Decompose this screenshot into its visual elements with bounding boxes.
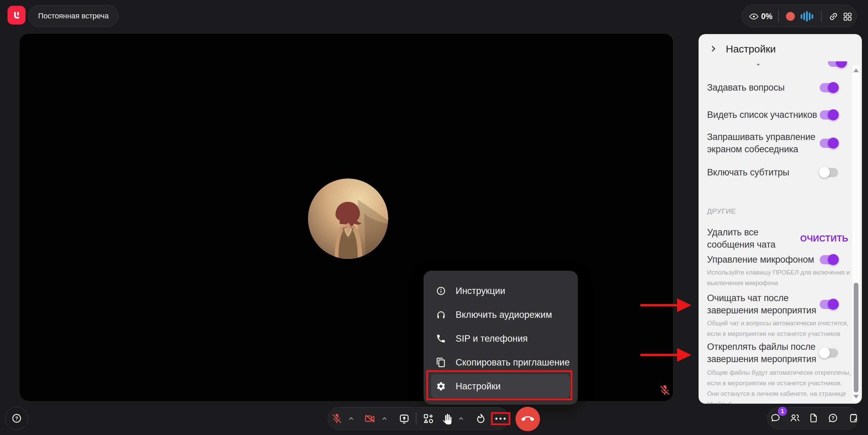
toggle-ask-questions[interactable] — [820, 83, 838, 92]
brand-glyph-icon — [11, 10, 22, 21]
menu-item-label: Скопировать приглашение — [456, 357, 570, 368]
toggle-request-screen-control[interactable] — [820, 139, 838, 148]
app-logo[interactable] — [7, 6, 26, 25]
menu-item-label: SIP и телефония — [456, 333, 528, 344]
notes-icon[interactable] — [848, 413, 860, 424]
panel-scrollbar[interactable] — [852, 65, 860, 402]
link-icon[interactable] — [829, 12, 838, 23]
toggle-subtitles[interactable] — [820, 168, 838, 177]
questions-icon[interactable]: ? — [828, 413, 839, 424]
settings-panel: Настройки Задавать вопросы Видеть список… — [699, 34, 862, 404]
setting-row-mic-control: Управление микрофоном — [707, 253, 838, 266]
toggle-see-participants[interactable] — [820, 110, 838, 120]
section-header-other: ДРУГИЕ — [707, 207, 736, 215]
help-button[interactable]: ? — [5, 407, 28, 430]
setting-label: Включать субтитры — [707, 166, 789, 178]
setting-row-ask-questions: Задавать вопросы — [707, 81, 838, 94]
menu-item-instructions[interactable]: Инструкции — [424, 279, 578, 303]
shapes-apps-button[interactable] — [421, 411, 436, 426]
setting-label: Откреплять файлы после завершения меропр… — [707, 341, 819, 365]
call-controls-toolbar — [328, 407, 509, 430]
meeting-name: Постоянная встреча — [38, 12, 109, 20]
mic-off-button[interactable] — [329, 411, 344, 426]
toggle-unpin-files-after-event[interactable] — [820, 348, 838, 358]
menu-item-sip-telephony[interactable]: SIP и телефония — [424, 327, 578, 351]
setting-row-see-participants: Видеть список участников — [707, 109, 838, 121]
screen-share-button[interactable] — [397, 411, 412, 426]
settings-scroll-area[interactable]: Задавать вопросы Видеть список участнико… — [699, 61, 862, 404]
clear-chat-button[interactable]: ОЧИСТИТЬ — [800, 234, 848, 244]
menu-item-label: Включить аудиорежим — [456, 310, 552, 320]
meeting-app-window: Постоянная встреча 0% — [0, 0, 868, 435]
divider — [821, 11, 822, 22]
setting-description: Общие файлы будут автоматически открепле… — [707, 367, 853, 404]
setting-row-unpin-files-after-event: Откреплять файлы после завершения меропр… — [707, 341, 838, 365]
setting-label: Очищать чат после завершения мероприятия — [707, 292, 819, 316]
scrollbar-up-arrow-icon[interactable] — [853, 68, 859, 72]
chevron-right-icon — [709, 44, 718, 53]
setting-description: Используйте клавишу ПРОБЕЛ для включения… — [707, 267, 853, 288]
phone-icon — [436, 333, 446, 344]
svg-text:?: ? — [832, 415, 835, 421]
menu-item-label: Настройки — [456, 381, 501, 392]
files-icon[interactable] — [808, 413, 820, 424]
chevron-up-icon[interactable] — [380, 414, 389, 423]
setting-label: Запрашивать управление экраном собеседни… — [707, 131, 819, 155]
menu-item-copy-invite[interactable]: Скопировать приглашение — [424, 351, 578, 374]
setting-row-request-screen-control: Запрашивать управление экраном собеседни… — [707, 131, 838, 155]
headphones-icon — [436, 310, 446, 320]
camera-off-button[interactable] — [362, 411, 377, 426]
gear-icon — [436, 381, 446, 391]
menu-item-label: Инструкции — [456, 286, 505, 296]
clipped-toggle[interactable] — [828, 61, 846, 67]
setting-row-subtitles: Включать субтитры — [707, 166, 838, 178]
setting-label: Управление микрофоном — [707, 253, 814, 266]
top-right-status-bar: 0% — [742, 5, 857, 27]
more-dots-icon — [495, 418, 506, 420]
info-icon — [436, 286, 446, 296]
phone-down-icon — [521, 413, 534, 425]
divider — [416, 413, 416, 425]
chevron-up-icon[interactable] — [346, 414, 356, 423]
setting-label: Видеть список участников — [707, 109, 817, 121]
more-options-button[interactable] — [493, 411, 508, 426]
meeting-name-button[interactable]: Постоянная встреча — [28, 5, 119, 27]
record-dot-icon[interactable] — [786, 12, 795, 21]
more-options-menu: Инструкции Включить аудиорежим SIP и тел… — [424, 271, 578, 405]
toggle-mic-control[interactable] — [820, 255, 838, 264]
raise-hand-button[interactable] — [440, 411, 455, 426]
setting-row-delete-chat-messages: Удалить все сообщения чата ОЧИСТИТЬ — [707, 226, 848, 251]
question-circle-icon: ? — [11, 413, 22, 424]
setting-row-clear-chat-after-event: Очищать чат после завершения мероприятия — [707, 292, 838, 316]
divider — [778, 11, 779, 22]
watch-percent: 0% — [761, 5, 772, 28]
settings-panel-header: Настройки — [699, 34, 862, 64]
waveform-icon[interactable] — [801, 11, 813, 21]
eye-icon[interactable] — [749, 12, 759, 23]
setting-label: Удалить все сообщения чата — [707, 226, 800, 251]
participant-avatar — [308, 178, 388, 259]
toggle-clear-chat-after-event[interactable] — [820, 300, 838, 309]
copy-icon — [436, 357, 446, 368]
scrollbar-thumb[interactable] — [854, 283, 858, 392]
chevron-up-icon[interactable] — [456, 414, 466, 423]
panel-title: Настройки — [726, 43, 776, 55]
menu-item-settings[interactable]: Настройки — [431, 374, 570, 398]
end-call-button[interactable] — [515, 407, 540, 431]
collapse-panel-button[interactable] — [709, 44, 718, 53]
participant-muted-mic-icon — [659, 384, 671, 397]
svg-text:?: ? — [15, 416, 18, 421]
participants-icon[interactable] — [789, 413, 801, 424]
setting-label: Задавать вопросы — [707, 81, 785, 94]
chat-unread-badge: 1 — [778, 407, 787, 416]
menu-item-audio-mode[interactable]: Включить аудиорежим — [424, 303, 578, 327]
setting-description: Общий чат и вопросы автоматически очистя… — [707, 318, 853, 339]
clipped-text-fragment — [757, 64, 759, 65]
scrollbar-down-arrow-icon[interactable] — [853, 395, 859, 399]
fire-reaction-button[interactable] — [473, 411, 488, 426]
grid-view-icon[interactable] — [843, 12, 852, 23]
